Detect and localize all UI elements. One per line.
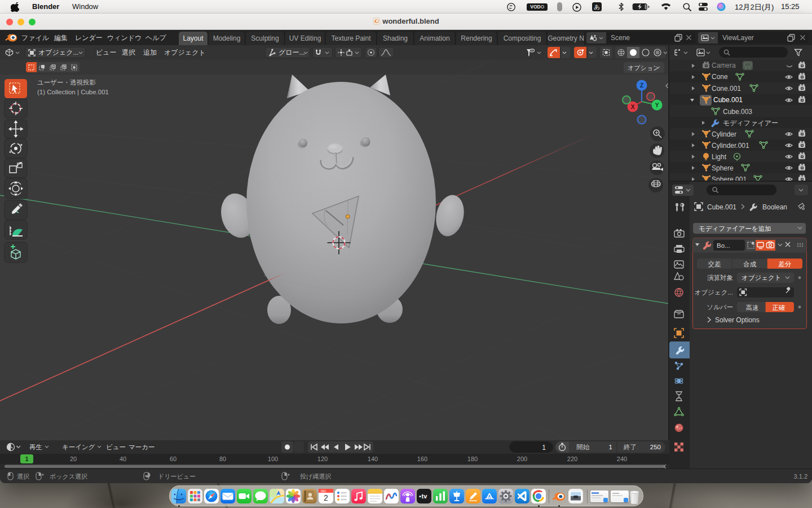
svg-text:Z: Z bbox=[640, 82, 643, 89]
svg-text:開始: 開始 bbox=[576, 444, 590, 450]
svg-text:tv: tv bbox=[422, 493, 428, 500]
svg-text:80: 80 bbox=[219, 456, 226, 462]
svg-text:200: 200 bbox=[517, 456, 527, 462]
svg-text:240: 240 bbox=[617, 456, 627, 462]
svg-text:オブジェク...: オブジェク... bbox=[695, 289, 733, 296]
svg-text:Camera: Camera bbox=[712, 62, 736, 69]
svg-text:Cone: Cone bbox=[712, 73, 728, 81]
svg-text:オブジェクト: オブジェクト bbox=[742, 274, 782, 281]
svg-text:180: 180 bbox=[467, 456, 478, 462]
svg-text:モディファイアーを追加: モディファイアーを追加 bbox=[699, 225, 771, 232]
svg-text:1: 1 bbox=[25, 456, 28, 462]
svg-text:交差: 交差 bbox=[708, 261, 722, 268]
svg-text:ソルバー: ソルバー bbox=[707, 304, 733, 310]
svg-text:差分: 差分 bbox=[778, 261, 792, 268]
svg-text:ビュー: ビュー bbox=[106, 444, 126, 450]
svg-text:Cylinder: Cylinder bbox=[712, 130, 736, 138]
svg-text:演算対象: 演算対象 bbox=[707, 274, 733, 281]
svg-text:ボックス選択: ボックス選択 bbox=[50, 473, 87, 480]
svg-text:投げ縄選択: 投げ縄選択 bbox=[299, 473, 331, 480]
svg-text:正確: 正確 bbox=[773, 304, 785, 311]
svg-text:Boolean: Boolean bbox=[762, 203, 787, 211]
svg-text:終了: 終了 bbox=[623, 444, 637, 450]
svg-text:100: 100 bbox=[268, 456, 278, 462]
svg-text:ドリービュー: ドリービュー bbox=[158, 473, 196, 480]
svg-text:再生: 再生 bbox=[29, 444, 42, 450]
svg-text:220: 220 bbox=[567, 456, 577, 462]
svg-text:モディファイアー: モディファイアー bbox=[723, 119, 778, 127]
svg-text:Light: Light bbox=[712, 153, 727, 161]
svg-text:Cylinder.001: Cylinder.001 bbox=[712, 142, 749, 150]
svg-text:20: 20 bbox=[70, 456, 77, 462]
svg-text:キーイング: キーイング bbox=[62, 444, 95, 450]
svg-text:2: 2 bbox=[324, 493, 328, 502]
svg-text:40: 40 bbox=[120, 456, 126, 462]
svg-text:選択: 選択 bbox=[17, 473, 29, 480]
svg-text:DEC: DEC bbox=[321, 490, 326, 493]
svg-text:250: 250 bbox=[650, 444, 661, 450]
svg-text:マーカー: マーカー bbox=[129, 444, 155, 450]
svg-text:Sphere: Sphere bbox=[712, 164, 734, 172]
svg-text:Cube.001: Cube.001 bbox=[713, 96, 743, 104]
svg-text:高速: 高速 bbox=[746, 304, 759, 311]
svg-text:Cube.001: Cube.001 bbox=[707, 203, 736, 211]
svg-text:120: 120 bbox=[317, 456, 328, 462]
svg-text:3.1.2: 3.1.2 bbox=[794, 473, 807, 480]
svg-text:1: 1 bbox=[542, 444, 546, 452]
svg-text:Bo...: Bo... bbox=[717, 242, 730, 249]
svg-text:X: X bbox=[631, 104, 635, 110]
svg-text:60: 60 bbox=[170, 456, 176, 462]
svg-text:160: 160 bbox=[417, 456, 427, 462]
svg-text:Cone.001: Cone.001 bbox=[712, 85, 741, 93]
svg-text:140: 140 bbox=[368, 456, 378, 462]
svg-text:Cube.003: Cube.003 bbox=[723, 108, 752, 116]
svg-text:1: 1 bbox=[609, 444, 612, 450]
svg-text:合成: 合成 bbox=[743, 261, 757, 268]
svg-text:Solver Options: Solver Options bbox=[715, 316, 760, 324]
svg-text:Y: Y bbox=[655, 102, 659, 108]
